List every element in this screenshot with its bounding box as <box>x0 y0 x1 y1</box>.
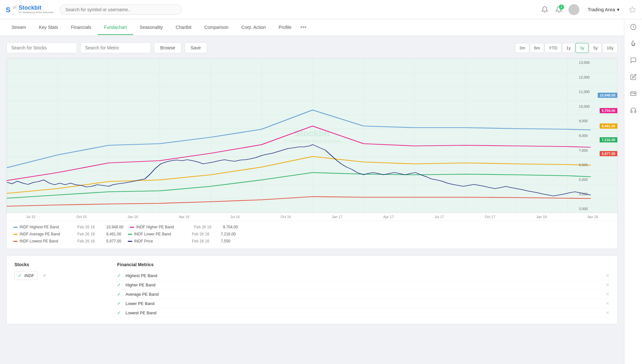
legend-date-2: Feb 26 18 <box>77 232 100 236</box>
x-label-jul17: Jul 17 <box>435 215 444 219</box>
legend-label-average: INDF Average PE Band <box>20 232 60 236</box>
tabs-bar: Stream Key Stats Financials Fundachart S… <box>0 19 642 36</box>
clock-icon[interactable] <box>629 22 638 31</box>
stock-remove-indf[interactable]: ✕ <box>43 273 47 278</box>
tab-financials[interactable]: Financials <box>65 20 98 35</box>
tab-stream[interactable]: Stream <box>5 20 32 35</box>
legend-date-3: Feb 26 18 <box>192 232 214 236</box>
tab-corpaction[interactable]: Corp. Action <box>235 20 272 35</box>
trading-area-button[interactable]: Trading Area ▾ <box>585 5 623 14</box>
x-label-oct17: Oct 17 <box>485 215 495 219</box>
metric-remove-2[interactable]: ✕ <box>606 292 610 297</box>
time-3y[interactable]: 3y <box>576 43 588 53</box>
metric-label-1: Higher PE Band <box>126 283 155 287</box>
price-badge-highest: 10,948.00 <box>598 93 617 98</box>
notification-count: 1 <box>559 4 564 10</box>
navbar: S 📈 Stockbit PT Mahakarya Artha Sekurita… <box>0 0 642 19</box>
legend-val-0: 10,948.00 <box>106 225 123 229</box>
x-label-apr18: Apr 18 <box>588 215 598 219</box>
x-label-apr17: Apr 17 <box>383 215 394 219</box>
browse-button[interactable]: Browse <box>154 42 181 53</box>
time-buttons: 3m 6m YTD 1y 3y 5y 10y <box>515 43 618 53</box>
metric-check-icon-3: ✓ <box>117 301 122 306</box>
chart-container: Stockbit PT Mahakarya Artha Sekuritas <box>6 58 618 249</box>
legend-date-5: Feb 26 18 <box>192 239 214 243</box>
price-badge-higher: 9,704.00 <box>600 108 617 113</box>
metric-remove-1[interactable]: ✕ <box>606 282 610 287</box>
bottom-section: Stocks ✓ INDF ✕ Financial Metrics ✓ High… <box>6 255 618 324</box>
legend-val-3: 7,216.00 <box>221 232 236 236</box>
metric-remove-0[interactable]: ✕ <box>606 273 610 278</box>
logo-icon: S 📈 <box>5 4 17 15</box>
global-search-input[interactable] <box>60 4 182 15</box>
price-badge-average: 8,461.00 <box>600 123 617 129</box>
nav-right: 1 Trading Area ▾ <box>540 4 637 15</box>
metric-label-4: Lowest PE Band <box>126 310 156 315</box>
chart-inner: Stockbit PT Mahakarya Artha Sekuritas <box>7 59 617 213</box>
tabs-more-icon[interactable]: ••• <box>300 24 307 31</box>
logo-text: Stockbit PT Mahakarya Artha Sekuritas <box>19 5 53 14</box>
time-1y[interactable]: 1y <box>562 43 575 53</box>
chart-legend: INDF Highest PE Band Feb 26 18 10,948.00… <box>7 221 617 249</box>
tab-chartbit[interactable]: Chartbit <box>169 20 198 35</box>
star-icon[interactable] <box>628 5 637 14</box>
legend-color-price <box>128 241 132 242</box>
metric-check-icon-4: ✓ <box>117 310 122 315</box>
x-label-jan17: Jan 17 <box>332 215 343 219</box>
legend-date-0: Feb 26 18 <box>77 225 100 229</box>
time-6m[interactable]: 6m <box>530 43 544 53</box>
time-10y[interactable]: 10y <box>603 43 618 53</box>
legend-date-1: Feb 26 18 <box>194 225 216 229</box>
legend-date-4: Feb 26 18 <box>77 239 100 243</box>
legend-row-4: INDF Lowest PE Band Feb 26 18 5,977.00 <box>13 239 121 243</box>
tab-fundachart[interactable]: Fundachart <box>98 20 133 35</box>
x-label-jul16: Jul 16 <box>230 215 239 219</box>
metric-remove-3[interactable]: ✕ <box>606 301 610 306</box>
chat-icon[interactable] <box>629 56 638 65</box>
metric-item-lowest: ✓ Lowest PE Band ✕ <box>117 308 610 317</box>
logo-area: S 📈 Stockbit PT Mahakarya Artha Sekurita… <box>5 4 53 15</box>
x-label-jul15: Jul 15 <box>26 215 35 219</box>
time-ytd[interactable]: YTD <box>545 43 561 53</box>
time-5y[interactable]: 5y <box>589 43 602 53</box>
avatar[interactable] <box>568 4 579 15</box>
wallet-icon[interactable] <box>629 89 638 98</box>
headset-icon[interactable] <box>629 106 638 115</box>
legend-item-higher: INDF Higher PE Band <box>130 225 187 229</box>
toolbar: Browse Save 3m 6m YTD 1y 3y 5y 10y <box>6 42 618 53</box>
fire-icon[interactable] <box>629 39 638 48</box>
legend-val-4: 5,977.00 <box>106 239 121 243</box>
metric-item-highest: ✓ Highest PE Band ✕ <box>117 271 610 280</box>
right-sidebar <box>624 0 642 331</box>
tab-profile[interactable]: Profile <box>272 20 298 35</box>
legend-color-average <box>13 234 18 235</box>
x-label-apr16: Apr 16 <box>179 215 189 219</box>
legend-item-average: INDF Average PE Band <box>13 232 71 236</box>
stocks-panel-title: Stocks <box>14 262 104 267</box>
tab-seasonality[interactable]: Seasonality <box>133 20 169 35</box>
legend-row-3: INDF Lower PE Band Feb 26 18 7,216.00 <box>128 232 236 236</box>
price-badge-lowest: 5,977.00 <box>600 151 617 156</box>
notification-bell-icon[interactable] <box>540 5 549 14</box>
bell-icon[interactable]: 1 <box>554 5 563 14</box>
metric-remove-4[interactable]: ✕ <box>606 310 610 315</box>
logo-name: Stockbit <box>19 5 53 11</box>
search-stocks-input[interactable] <box>6 42 77 53</box>
x-label-jan18: Jan 18 <box>536 215 547 219</box>
tab-keystats[interactable]: Key Stats <box>32 20 65 35</box>
legend-color-higher <box>130 227 134 228</box>
time-3m[interactable]: 3m <box>515 43 529 53</box>
legend-val-1: 9,704.00 <box>223 225 238 229</box>
legend-color-lower <box>128 234 132 235</box>
tab-comparison[interactable]: Comparison <box>198 20 235 35</box>
edit-icon[interactable] <box>629 72 638 81</box>
legend-color-lowest <box>13 241 18 242</box>
save-button[interactable]: Save <box>185 42 207 53</box>
legend-val-5: 7,550 <box>221 239 230 243</box>
x-axis: Jul 15 Oct 15 Jan 16 Apr 16 Jul 16 Oct 1… <box>7 213 617 221</box>
svg-text:S: S <box>6 6 11 14</box>
search-metric-input[interactable] <box>80 42 151 53</box>
metric-label-2: Average PE Band <box>126 292 159 297</box>
svg-text:📈: 📈 <box>13 5 17 9</box>
metrics-panel-title: Financial Metrics <box>117 262 610 267</box>
